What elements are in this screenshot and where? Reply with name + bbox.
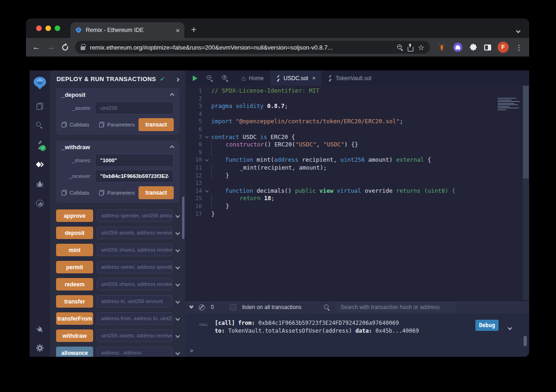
code-line[interactable]: 4 <box>185 110 529 118</box>
sidebar-item-file-explorer[interactable] <box>30 96 50 116</box>
redeem-button[interactable]: redeem <box>56 278 93 291</box>
function-args-input[interactable]: uint256 assets, address receiver <box>97 227 172 239</box>
code-line[interactable]: 16 } <box>185 202 529 210</box>
side-panel-icon[interactable] <box>484 44 491 51</box>
code-line[interactable]: 7contract USDC is ERC20 { <box>185 133 529 141</box>
code-line[interactable]: 1// SPDX-License-Identifier: MIT <box>185 87 529 95</box>
code-line[interactable]: 9 <box>185 149 529 157</box>
minimap[interactable] <box>498 98 522 111</box>
tab-usdc-sol[interactable]: USDC.sol × <box>270 70 322 86</box>
expand-function-icon[interactable] <box>176 231 180 235</box>
copy-parameters-icon[interactable] <box>99 190 104 196</box>
sidebar-item-plugin-analytics[interactable] <box>30 194 50 213</box>
function-args-input[interactable]: address , address <box>97 347 172 357</box>
code-line[interactable]: 15 return 18; <box>185 195 529 202</box>
zoom-out-icon[interactable]: − <box>207 75 213 81</box>
metamask-icon[interactable] <box>437 43 447 52</box>
extensions-puzzle-icon[interactable] <box>469 43 478 52</box>
zoom-level-icon[interactable]: − <box>397 44 403 51</box>
address-bar[interactable]: remix.ethereum.org/#optimize=false&runs=… <box>75 41 430 54</box>
minimize-window-button[interactable] <box>45 25 51 31</box>
expand-function-icon[interactable] <box>176 214 180 218</box>
terminal-search-input[interactable] <box>336 302 456 312</box>
tab-home[interactable]: ⌂ Home <box>235 70 270 86</box>
sidebar-item-deploy-run[interactable] <box>30 155 50 174</box>
code-line[interactable]: 14 function decimals() public view virtu… <box>185 187 529 195</box>
zoom-in-icon[interactable]: + <box>222 75 228 81</box>
expand-function-icon[interactable] <box>176 299 180 304</box>
code-line[interactable]: 13 <box>185 179 529 187</box>
profile-avatar[interactable]: F <box>498 42 509 53</box>
function-args-input[interactable]: address spender, uint256 amount <box>97 209 172 222</box>
browser-menu-icon[interactable]: ⋮ <box>515 43 523 52</box>
code-line[interactable]: 6 <box>185 126 529 133</box>
function-args-input[interactable]: uint256 assets, address receiver <box>97 329 172 342</box>
expand-function-icon[interactable] <box>176 316 180 321</box>
new-tab-button[interactable]: + <box>191 24 196 35</box>
zoom-window-button[interactable] <box>55 25 60 31</box>
collapse-group-icon[interactable] <box>170 145 175 150</box>
copy-parameters-icon[interactable] <box>99 122 104 127</box>
clear-console-icon[interactable] <box>199 304 205 310</box>
collapse-terminal-icon[interactable] <box>190 306 193 308</box>
code-line[interactable]: 8 constructor() ERC20("USDC", "USDC") {} <box>185 141 529 149</box>
parameters-label[interactable]: Parameters <box>107 190 134 196</box>
terminal-scrollbar[interactable] <box>524 336 527 346</box>
receiver-input[interactable] <box>95 170 174 183</box>
bookmark-star-icon[interactable]: ☆ <box>418 43 424 52</box>
sidebar-item-search[interactable] <box>30 116 50 135</box>
sidebar-item-debugger[interactable] <box>30 174 50 194</box>
scrollbar-thumb[interactable] <box>523 86 529 178</box>
transferFrom-button[interactable]: transferFrom <box>56 312 93 325</box>
terminal-log[interactable]: CALL [call] from: 0xb84c1F9663b59723f3E2… <box>185 314 529 357</box>
back-button[interactable]: ← <box>32 43 40 52</box>
code-line[interactable]: 5import "@openzeppelin/contracts/token/E… <box>185 118 529 126</box>
tab-tokenvault-sol[interactable]: TokenVault.sol <box>322 70 378 86</box>
fold-chevron-icon[interactable] <box>202 133 211 141</box>
code-editor[interactable]: 1// SPDX-License-Identifier: MIT23pragma… <box>185 86 529 300</box>
share-icon[interactable] <box>408 47 413 51</box>
function-args-input[interactable]: uint256 shares, address receiver <box>97 244 172 256</box>
approve-button[interactable]: approve <box>56 209 93 222</box>
editor-scrollbar[interactable] <box>523 86 529 300</box>
shares-input[interactable] <box>95 154 174 167</box>
expand-function-icon[interactable] <box>176 351 180 355</box>
code-line[interactable]: 11 _mint(recipient, amount); <box>185 164 529 172</box>
expand-log-chevron-icon[interactable] <box>508 323 512 331</box>
lock-icon[interactable] <box>81 46 85 50</box>
withdraw-button[interactable]: withdraw <box>56 329 93 342</box>
calldata-label[interactable]: Calldata <box>70 190 89 196</box>
browser-tab[interactable]: Remix - Ethereum IDE × <box>70 22 184 38</box>
allowance-button[interactable]: allowance <box>56 347 93 357</box>
close-window-button[interactable] <box>36 25 42 31</box>
copy-calldata-icon[interactable] <box>62 190 67 196</box>
panel-scrollbar[interactable] <box>182 196 184 239</box>
sidebar-item-settings[interactable] <box>30 339 50 357</box>
sidebar-item-solidity-compiler[interactable]: ✓ <box>30 135 50 155</box>
function-args-input[interactable]: address to, uint256 amount <box>97 295 172 308</box>
fold-chevron-icon[interactable] <box>202 187 211 195</box>
parameters-label[interactable]: Parameters <box>107 122 134 127</box>
mint-button[interactable]: mint <box>56 244 93 256</box>
terminal-prompt[interactable]: > <box>190 348 193 354</box>
assets-input[interactable] <box>95 101 174 114</box>
code-line[interactable]: 12 } <box>185 172 529 180</box>
transact-button[interactable]: transact <box>139 186 174 199</box>
function-args-input[interactable]: uint256 shares, address receiver <box>97 278 172 291</box>
function-args-input[interactable]: address owner, address spender <box>97 261 172 273</box>
tab-search-chevron-icon[interactable] <box>517 26 520 34</box>
forward-button[interactable]: → <box>47 43 55 52</box>
expand-function-icon[interactable] <box>176 248 180 253</box>
fold-chevron-icon[interactable] <box>202 156 211 164</box>
copy-calldata-icon[interactable] <box>62 122 67 127</box>
code-line[interactable]: 2 <box>185 95 529 103</box>
permit-button[interactable]: permit <box>56 261 93 273</box>
listen-label[interactable]: listen on all transactions <box>242 304 302 310</box>
run-script-play-icon[interactable] <box>193 76 197 81</box>
code-line[interactable]: 10 function mint(address recipient, uint… <box>185 156 529 164</box>
transact-button[interactable]: transact <box>139 118 174 131</box>
debug-button[interactable]: Debug <box>475 320 499 331</box>
transfer-button[interactable]: transfer <box>56 295 93 308</box>
calldata-label[interactable]: Calldata <box>70 122 89 127</box>
phantom-wallet-icon[interactable] <box>453 43 462 52</box>
